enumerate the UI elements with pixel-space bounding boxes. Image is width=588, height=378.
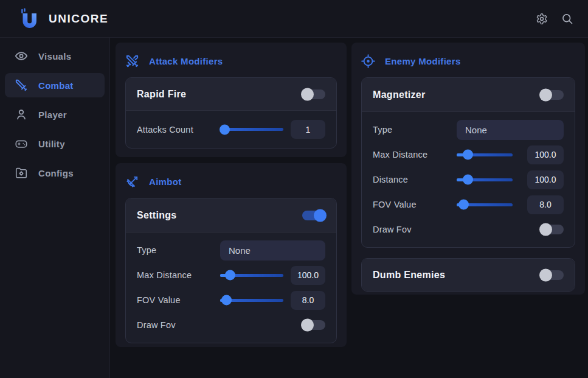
gear-icon[interactable] (536, 13, 548, 25)
attack-modifiers-panel: Attack Modifiers Rapid Fire Attacks Coun… (116, 43, 347, 157)
fov-value-label: FOV Value (373, 200, 457, 209)
toggle-knob (539, 268, 552, 281)
draw-fov-toggle[interactable] (302, 320, 325, 330)
sidebar-item-label: Configs (38, 168, 74, 178)
magnetizer-label: Magnetizer (373, 89, 426, 100)
sidebar-item-player[interactable]: Player (5, 102, 105, 127)
slider-handle[interactable] (457, 203, 463, 206)
rapid-fire-toggle[interactable] (302, 89, 325, 99)
slider-handle[interactable] (220, 128, 224, 131)
magnetizer-toggle[interactable] (541, 90, 564, 100)
aimbot-settings-toggle[interactable] (302, 211, 325, 220)
crossed-swords-icon (125, 54, 139, 68)
aimbot-draw-fov-row: Draw Fov (137, 315, 325, 335)
enemy-type-row: Type None (373, 119, 564, 140)
toggle-knob (301, 88, 314, 100)
rapid-fire-row: Rapid Fire (126, 78, 336, 110)
sidebar-item-label: Player (38, 110, 67, 120)
brand: UNICORE (17, 7, 108, 31)
enemy-modifiers-header: Enemy Modifiers (361, 54, 575, 68)
draw-fov-label: Draw Fov (373, 225, 541, 234)
enemy-max-distance-row: Max Distance 100.0 (373, 144, 564, 165)
aimbot-header: Aimbot (125, 174, 337, 189)
distance-label: Distance (373, 175, 457, 184)
enemy-distance-row: Distance 100.0 (373, 169, 564, 190)
toggle-knob (539, 88, 552, 101)
dumb-enemies-row: Dumb Enemies (362, 259, 575, 291)
sidebar-item-visuals[interactable]: Visuals (5, 44, 105, 68)
target-icon (361, 54, 375, 68)
aimbot-fov-row: FOV Value 8.0 (137, 290, 325, 310)
folder-gear-icon (15, 166, 28, 180)
aimbot-type-dropdown[interactable]: None (220, 240, 325, 261)
panel-title: Enemy Modifiers (385, 56, 461, 66)
unicore-logo-icon (17, 7, 41, 31)
fov-slider[interactable] (457, 203, 513, 206)
sword-icon (15, 79, 28, 92)
app-title: UNICORE (49, 12, 108, 26)
attack-modifiers-card: Rapid Fire Attacks Count 1 (125, 77, 337, 149)
dumb-enemies-card: Dumb Enemies (361, 258, 575, 292)
aimbot-settings-row: Settings (126, 198, 336, 232)
draw-fov-label: Draw Fov (137, 320, 302, 330)
slider-handle[interactable] (220, 299, 226, 302)
sidebar-item-label: Combat (38, 80, 74, 91)
max-distance-slider[interactable] (457, 153, 513, 156)
distance-value[interactable]: 100.0 (527, 170, 564, 189)
slider-handle[interactable] (457, 153, 468, 156)
app-window: UNICORE Visuals Combat (0, 0, 588, 378)
attack-modifiers-header: Attack Modifiers (125, 54, 337, 68)
fov-value[interactable]: 8.0 (291, 291, 325, 310)
enemy-draw-fov-row: Draw Fov (373, 219, 564, 240)
aimbot-settings-body: Type None Max Distance 100.0 (126, 232, 336, 343)
aimbot-max-distance-row: Max Distance 100.0 (137, 265, 325, 285)
sidebar-item-configs[interactable]: Configs (5, 161, 105, 185)
bow-arrow-icon (125, 175, 139, 189)
person-icon (15, 108, 28, 121)
eye-icon (15, 49, 28, 63)
rapid-fire-label: Rapid Fire (137, 89, 186, 100)
fov-value-label: FOV Value (137, 295, 220, 305)
dumb-enemies-toggle[interactable] (541, 270, 564, 280)
sidebar-item-utility[interactable]: Utility (5, 131, 105, 156)
toggle-knob (301, 319, 314, 332)
gamepad-icon (15, 137, 28, 150)
sidebar-item-label: Utility (38, 139, 65, 149)
fov-value[interactable]: 8.0 (527, 195, 564, 214)
type-label: Type (137, 245, 220, 255)
max-distance-slider[interactable] (220, 274, 283, 277)
sidebar-item-combat[interactable]: Combat (5, 73, 105, 97)
aimbot-panel: Aimbot Settings Type None Max Distance (116, 163, 347, 347)
slider-handle[interactable] (220, 274, 230, 277)
panel-title: Attack Modifiers (149, 56, 223, 66)
attacks-count-slider[interactable] (220, 128, 283, 131)
distance-slider[interactable] (457, 178, 513, 181)
enemy-fov-row: FOV Value 8.0 (373, 194, 564, 215)
aimbot-card: Settings Type None Max Distance (125, 198, 337, 343)
attacks-count-row: Attacks Count 1 (126, 110, 336, 148)
search-icon[interactable] (561, 13, 573, 25)
enemy-type-dropdown[interactable]: None (457, 120, 564, 140)
fov-slider[interactable] (220, 299, 283, 302)
max-distance-label: Max Distance (137, 270, 220, 280)
magnetizer-settings-body: Type None Max Distance 100.0 (362, 111, 575, 247)
toggle-knob (314, 209, 327, 222)
type-label: Type (373, 125, 457, 135)
slider-handle[interactable] (457, 178, 468, 181)
sidebar: Visuals Combat Player Utility (0, 38, 110, 378)
top-bar: UNICORE (0, 0, 588, 38)
settings-label: Settings (137, 210, 177, 221)
max-distance-label: Max Distance (373, 150, 457, 159)
dumb-enemies-label: Dumb Enemies (373, 270, 445, 281)
header-actions (536, 13, 573, 25)
max-distance-value[interactable]: 100.0 (527, 145, 564, 164)
draw-fov-toggle[interactable] (541, 225, 564, 234)
sidebar-item-label: Visuals (38, 51, 71, 61)
attacks-count-label: Attacks Count (137, 125, 220, 135)
magnetizer-row: Magnetizer (362, 78, 575, 111)
attacks-count-control: 1 (220, 120, 325, 139)
max-distance-value[interactable]: 100.0 (291, 266, 325, 285)
enemy-modifiers-panel: Enemy Modifiers Magnetizer Type None Max (351, 43, 585, 295)
attacks-count-value[interactable]: 1 (291, 120, 325, 139)
main-content: Attack Modifiers Rapid Fire Attacks Coun… (110, 38, 588, 378)
